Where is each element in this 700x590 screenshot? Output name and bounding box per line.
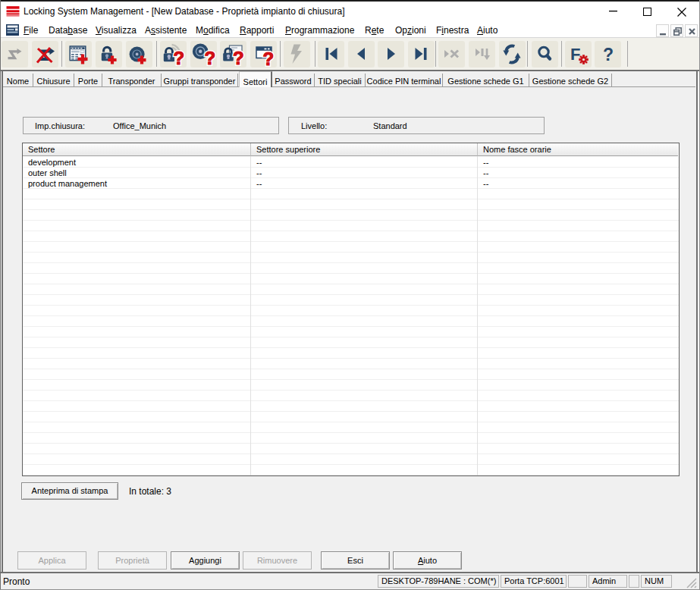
svg-text:F: F <box>570 45 580 64</box>
svg-text:?: ? <box>603 45 614 64</box>
svg-text:?: ? <box>205 48 216 67</box>
svg-text:?: ? <box>233 48 244 68</box>
svg-text:?: ? <box>174 48 185 68</box>
svg-text:?: ? <box>263 49 275 68</box>
